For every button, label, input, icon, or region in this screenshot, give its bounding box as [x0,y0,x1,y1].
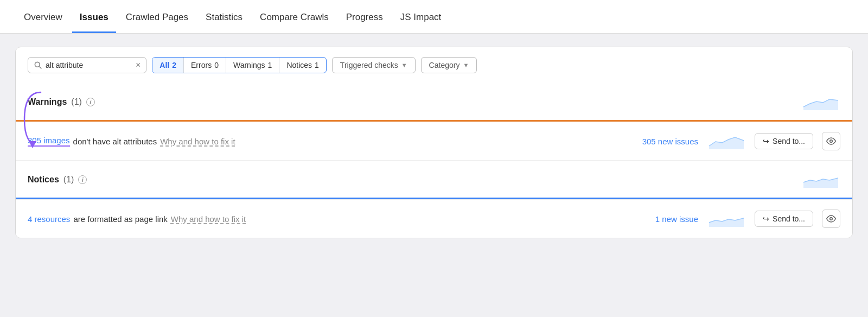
warnings-section-header: Warnings (1) i [16,83,852,120]
issues-card: × All 2 Errors 0 Warnings 1 Notices 1 [15,47,853,238]
images-link[interactable]: 305 images [28,136,70,147]
svg-point-5 [830,140,833,143]
search-input[interactable] [46,61,132,69]
warnings-issue-mini-chart [707,131,746,151]
main-content: × All 2 Errors 0 Warnings 1 Notices 1 [0,34,868,251]
notices-mini-chart [801,169,840,190]
eye-button-notices[interactable] [822,210,840,228]
warnings-mini-chart [801,92,840,112]
new-issues-count-notices: 1 new issue [655,214,698,224]
nav-item-js-impact[interactable]: JS Impact [393,4,449,33]
notices-section-header: Notices (1) i [16,161,852,198]
resources-link[interactable]: 4 resources [28,214,70,224]
warnings-issue-row: 305 images don't have alt attributes Why… [16,122,852,160]
nav-item-issues[interactable]: Issues [72,4,116,33]
filter-warnings-button[interactable]: Warnings 1 [226,58,279,73]
filter-errors-button[interactable]: Errors 0 [184,58,226,73]
notices-title: Notices (1) i [28,175,87,185]
fix-link-notices[interactable]: Why and how to fix it [171,214,246,224]
svg-marker-2 [803,99,838,110]
notices-info-icon[interactable]: i [78,175,87,184]
send-to-button-warnings[interactable]: ↪ Send to... [755,133,813,149]
eye-icon [826,214,836,224]
nav-item-crawled-pages[interactable]: Crawled Pages [118,4,196,33]
warnings-title: Warnings (1) i [28,97,95,107]
warnings-info-icon[interactable]: i [86,98,95,106]
notices-issue-mini-chart [707,208,746,229]
filter-group: All 2 Errors 0 Warnings 1 Notices 1 [152,57,327,73]
svg-point-0 [35,62,40,67]
svg-line-1 [39,66,41,68]
clear-search-button[interactable]: × [136,61,141,69]
chevron-down-icon: ▼ [463,62,469,68]
warnings-issue-text: 305 images don't have alt attributes Why… [28,136,634,147]
fix-link-warnings[interactable]: Why and how to fix it [160,137,235,146]
nav-item-compare-crawls[interactable]: Compare Crawls [252,4,336,33]
nav-item-statistics[interactable]: Statistics [198,4,250,33]
send-icon: ↪ [763,137,769,145]
eye-button-warnings[interactable] [822,132,840,150]
send-to-button-notices[interactable]: ↪ Send to... [755,211,813,227]
filter-notices-button[interactable]: Notices 1 [279,58,326,73]
svg-marker-7 [709,218,744,227]
notices-issue-row: 4 resources are formatted as page link W… [16,199,852,238]
eye-icon [826,136,836,146]
notices-issue-text: 4 resources are formatted as page link W… [28,214,647,224]
filter-bar: × All 2 Errors 0 Warnings 1 Notices 1 [16,47,852,83]
nav-bar: Overview Issues Crawled Pages Statistics… [0,0,868,34]
svg-marker-4 [709,137,744,149]
search-box: × [28,57,146,73]
category-dropdown[interactable]: Category ▼ [421,57,477,73]
triggered-checks-dropdown[interactable]: Triggered checks ▼ [332,57,416,73]
new-issues-count-warnings: 305 new issues [642,137,698,146]
send-icon: ↪ [763,214,769,223]
nav-item-overview[interactable]: Overview [16,4,70,33]
search-icon [34,61,42,69]
svg-point-8 [830,218,833,220]
nav-item-progress[interactable]: Progress [339,4,391,33]
chevron-down-icon: ▼ [401,62,407,68]
filter-all-button[interactable]: All 2 [152,58,184,73]
